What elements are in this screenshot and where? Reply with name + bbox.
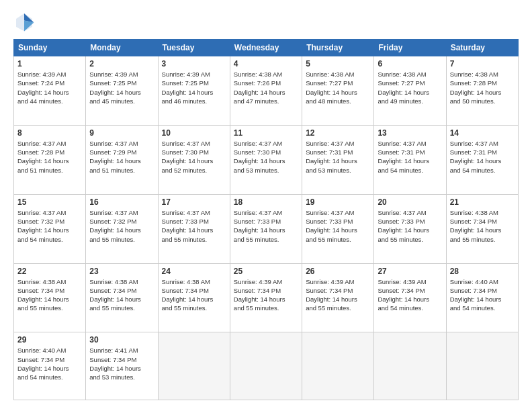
day-info: Sunrise: 4:37 AMSunset: 7:32 PMDaylight:… [89,209,141,243]
calendar-cell: 9 Sunrise: 4:37 AMSunset: 7:29 PMDayligh… [86,125,158,194]
day-number: 24 [162,267,226,276]
day-info: Sunrise: 4:39 AMSunset: 7:25 PMDaylight:… [89,71,141,105]
calendar-cell: 18 Sunrise: 4:37 AMSunset: 7:33 PMDaylig… [230,194,302,263]
weekday-header-tuesday: Tuesday [158,40,230,56]
day-number: 21 [450,197,515,207]
calendar-cell: 25 Sunrise: 4:39 AMSunset: 7:34 PMDaylig… [230,263,302,332]
day-info: Sunrise: 4:38 AMSunset: 7:34 PMDaylight:… [17,278,69,312]
day-info: Sunrise: 4:37 AMSunset: 7:30 PMDaylight:… [234,140,285,174]
day-info: Sunrise: 4:37 AMSunset: 7:28 PMDaylight:… [17,140,69,174]
day-info: Sunrise: 4:38 AMSunset: 7:27 PMDaylight:… [306,71,357,105]
calendar-cell: 12 Sunrise: 4:37 AMSunset: 7:31 PMDaylig… [302,125,374,194]
calendar-cell: 5 Sunrise: 4:38 AMSunset: 7:27 PMDayligh… [302,56,374,126]
day-number: 12 [306,128,370,138]
calendar-cell: 30 Sunrise: 4:41 AMSunset: 7:34 PMDaylig… [86,332,158,400]
logo-icon [13,11,35,32]
day-info: Sunrise: 4:38 AMSunset: 7:34 PMDaylight:… [450,209,502,243]
day-info: Sunrise: 4:37 AMSunset: 7:31 PMDaylight:… [306,140,357,174]
day-number: 4 [234,59,298,68]
day-info: Sunrise: 4:37 AMSunset: 7:33 PMDaylight:… [234,209,285,243]
calendar-cell: 26 Sunrise: 4:39 AMSunset: 7:34 PMDaylig… [302,263,374,332]
calendar-cell [158,332,230,400]
day-number: 20 [378,197,442,207]
day-number: 28 [450,267,515,276]
calendar-cell: 27 Sunrise: 4:39 AMSunset: 7:34 PMDaylig… [374,263,446,332]
day-info: Sunrise: 4:37 AMSunset: 7:31 PMDaylight:… [378,140,429,174]
day-number: 2 [89,59,154,68]
calendar-cell: 13 Sunrise: 4:37 AMSunset: 7:31 PMDaylig… [374,125,446,194]
calendar-cell [230,332,302,400]
day-number: 23 [89,267,154,276]
day-number: 5 [306,59,370,68]
day-number: 26 [306,267,370,276]
calendar-cell: 2 Sunrise: 4:39 AMSunset: 7:25 PMDayligh… [86,56,158,126]
day-number: 18 [234,197,298,207]
day-info: Sunrise: 4:39 AMSunset: 7:34 PMDaylight:… [306,278,357,312]
day-number: 30 [89,335,154,345]
calendar-cell: 16 Sunrise: 4:37 AMSunset: 7:32 PMDaylig… [86,194,158,263]
day-number: 13 [378,128,442,138]
day-number: 15 [17,197,82,207]
calendar-cell: 19 Sunrise: 4:37 AMSunset: 7:33 PMDaylig… [302,194,374,263]
day-info: Sunrise: 4:38 AMSunset: 7:26 PMDaylight:… [234,71,285,105]
day-info: Sunrise: 4:38 AMSunset: 7:34 PMDaylight:… [162,278,214,312]
day-info: Sunrise: 4:37 AMSunset: 7:33 PMDaylight:… [378,209,429,243]
day-number: 16 [89,197,154,207]
calendar-cell: 24 Sunrise: 4:38 AMSunset: 7:34 PMDaylig… [158,263,230,332]
calendar-table: SundayMondayTuesdayWednesdayThursdayFrid… [13,39,519,400]
day-info: Sunrise: 4:37 AMSunset: 7:30 PMDaylight:… [162,140,214,174]
calendar-cell: 7 Sunrise: 4:38 AMSunset: 7:28 PMDayligh… [446,56,518,126]
day-number: 9 [89,128,154,138]
calendar-cell [446,332,518,400]
calendar-cell: 22 Sunrise: 4:38 AMSunset: 7:34 PMDaylig… [14,263,86,332]
day-info: Sunrise: 4:37 AMSunset: 7:33 PMDaylight:… [306,209,357,243]
day-number: 7 [450,59,515,68]
calendar-cell: 29 Sunrise: 4:40 AMSunset: 7:34 PMDaylig… [14,332,86,400]
weekday-header-sunday: Sunday [14,40,86,56]
day-number: 17 [162,197,226,207]
day-number: 25 [234,267,298,276]
day-info: Sunrise: 4:40 AMSunset: 7:34 PMDaylight:… [17,347,69,381]
weekday-header-friday: Friday [374,40,446,56]
day-number: 22 [17,267,82,276]
weekday-header-saturday: Saturday [446,40,518,56]
day-number: 8 [17,128,82,138]
day-number: 1 [17,59,82,68]
day-info: Sunrise: 4:39 AMSunset: 7:24 PMDaylight:… [17,71,69,105]
calendar-cell: 20 Sunrise: 4:37 AMSunset: 7:33 PMDaylig… [374,194,446,263]
calendar-cell: 1 Sunrise: 4:39 AMSunset: 7:24 PMDayligh… [14,56,86,126]
calendar-cell [374,332,446,400]
calendar-cell: 8 Sunrise: 4:37 AMSunset: 7:28 PMDayligh… [14,125,86,194]
header [13,11,519,32]
day-info: Sunrise: 4:39 AMSunset: 7:25 PMDaylight:… [162,71,214,105]
day-number: 27 [378,267,442,276]
day-info: Sunrise: 4:37 AMSunset: 7:31 PMDaylight:… [450,140,502,174]
weekday-header-thursday: Thursday [302,40,374,56]
day-info: Sunrise: 4:37 AMSunset: 7:29 PMDaylight:… [89,140,141,174]
calendar-cell: 14 Sunrise: 4:37 AMSunset: 7:31 PMDaylig… [446,125,518,194]
calendar-cell [302,332,374,400]
calendar-cell: 6 Sunrise: 4:38 AMSunset: 7:27 PMDayligh… [374,56,446,126]
weekday-header-monday: Monday [86,40,158,56]
day-info: Sunrise: 4:39 AMSunset: 7:34 PMDaylight:… [234,278,285,312]
day-number: 6 [378,59,442,68]
day-number: 14 [450,128,515,138]
day-number: 10 [162,128,226,138]
weekday-header-wednesday: Wednesday [230,40,302,56]
day-number: 3 [162,59,226,68]
day-info: Sunrise: 4:41 AMSunset: 7:34 PMDaylight:… [89,347,141,381]
calendar-cell: 15 Sunrise: 4:37 AMSunset: 7:32 PMDaylig… [14,194,86,263]
day-info: Sunrise: 4:38 AMSunset: 7:27 PMDaylight:… [378,71,429,105]
day-number: 29 [17,335,82,345]
calendar-cell: 4 Sunrise: 4:38 AMSunset: 7:26 PMDayligh… [230,56,302,126]
calendar-cell: 17 Sunrise: 4:37 AMSunset: 7:33 PMDaylig… [158,194,230,263]
day-number: 11 [234,128,298,138]
logo [13,11,38,32]
calendar-cell: 3 Sunrise: 4:39 AMSunset: 7:25 PMDayligh… [158,56,230,126]
day-info: Sunrise: 4:37 AMSunset: 7:33 PMDaylight:… [162,209,214,243]
day-info: Sunrise: 4:38 AMSunset: 7:28 PMDaylight:… [450,71,502,105]
day-info: Sunrise: 4:38 AMSunset: 7:34 PMDaylight:… [89,278,141,312]
calendar-cell: 11 Sunrise: 4:37 AMSunset: 7:30 PMDaylig… [230,125,302,194]
day-number: 19 [306,197,370,207]
day-info: Sunrise: 4:37 AMSunset: 7:32 PMDaylight:… [17,209,69,243]
